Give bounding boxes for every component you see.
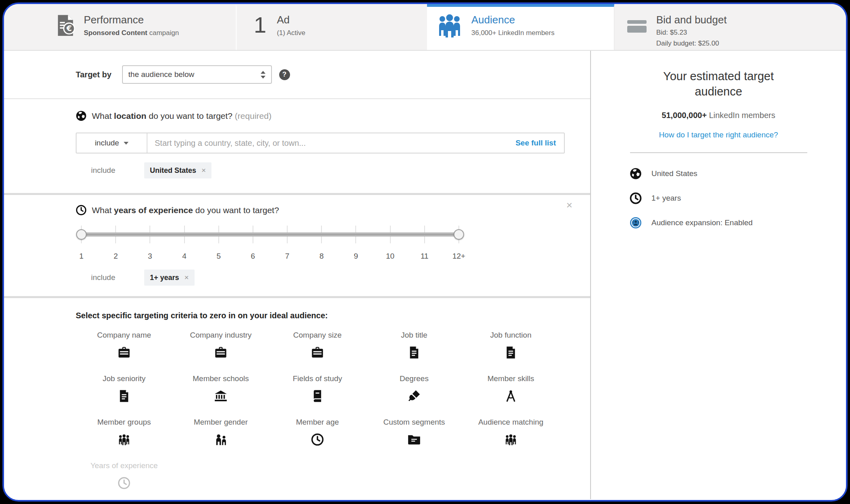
- slider-handle-max[interactable]: [454, 229, 464, 240]
- tab-subtitle: (1) Active: [277, 29, 305, 37]
- svg-text:€: €: [66, 24, 72, 33]
- experience-range-slider: [81, 229, 459, 240]
- audience-help-link[interactable]: How do I target the right audience?: [591, 131, 846, 139]
- tab-audience-text: Audience 36,000+ LinkedIn members: [471, 14, 555, 37]
- experience-tag-1plus-years: 1+ years ×: [144, 270, 195, 286]
- location-input-box: include See full list: [76, 133, 565, 153]
- summary-item-experience: 1+ years: [630, 192, 846, 204]
- member-count: 51,000,000+ LinkedIn members: [591, 111, 846, 120]
- summary-label: 1+ years: [651, 194, 681, 203]
- book-icon: [311, 390, 324, 402]
- slider-handle-min[interactable]: [76, 229, 87, 240]
- location-selected-row: include United States ×: [76, 162, 590, 178]
- credit-card-icon: [626, 17, 647, 35]
- tab-ad[interactable]: 1 Ad (1) Active: [236, 4, 427, 50]
- tab-ad-text: Ad (1) Active: [277, 14, 305, 37]
- remove-tag-icon[interactable]: ×: [201, 166, 206, 175]
- summary-label: United States: [651, 169, 697, 178]
- company-icon: [214, 346, 227, 359]
- include-label: include: [91, 166, 131, 175]
- tab-title: Bid and budget: [656, 14, 727, 26]
- tab-title: Ad: [277, 14, 305, 26]
- summary-label: Audience expansion: Enabled: [651, 218, 753, 227]
- see-full-list-link[interactable]: See full list: [516, 139, 564, 147]
- bid-value: Bid: $5.23: [656, 28, 727, 37]
- panel-title: Your estimated target audience: [650, 68, 787, 100]
- job-document-icon: [504, 346, 517, 359]
- tab-performance[interactable]: € Performance Sponsored Content campaign: [4, 4, 236, 50]
- location-heading: What location do you want to target? (re…: [76, 110, 590, 121]
- location-section: What location do you want to target? (re…: [4, 99, 590, 195]
- people-pair-icon: [214, 433, 227, 446]
- criteria-degrees[interactable]: Degrees: [366, 374, 462, 402]
- criteria-heading: Select specific targeting criteria to ze…: [76, 311, 590, 320]
- daily-budget-value: Daily budget: $25.00: [656, 39, 727, 48]
- target-by-select[interactable]: the audience below: [122, 65, 272, 84]
- slider-track[interactable]: [81, 232, 459, 236]
- tab-subtitle: 36,000+ LinkedIn members: [471, 29, 555, 37]
- target-by-row: Target by the audience below ?: [4, 51, 590, 99]
- clock-icon: [630, 192, 642, 204]
- close-section-icon[interactable]: ×: [566, 200, 572, 210]
- criteria-job-title[interactable]: Job title: [366, 331, 462, 359]
- performance-report-icon: €: [56, 14, 75, 37]
- company-icon: [118, 346, 131, 359]
- criteria-member-groups[interactable]: Member groups: [76, 418, 172, 446]
- people-group-icon: [118, 433, 131, 446]
- audience-expansion-icon: [630, 217, 642, 229]
- clock-icon: [76, 205, 87, 216]
- location-heading-text: What location do you want to target? (re…: [92, 111, 272, 121]
- audience-people-icon: [437, 14, 462, 37]
- targeting-summary-list: United States 1+ years Audience expansio…: [630, 168, 846, 229]
- compass-icon: [504, 390, 517, 402]
- remove-tag-icon[interactable]: ×: [185, 273, 189, 282]
- audience-form: Target by the audience below ? W: [4, 51, 591, 499]
- criteria-fields-of-study[interactable]: Fields of study: [269, 374, 366, 402]
- criteria-member-schools[interactable]: Member schools: [172, 374, 269, 402]
- tab-bid-text: Bid and budget Bid: $5.23 Daily budget: …: [656, 14, 727, 48]
- experience-selected-row: include 1+ years ×: [76, 270, 590, 286]
- criteria-job-function[interactable]: Job function: [462, 331, 559, 359]
- criteria-member-gender[interactable]: Member gender: [172, 418, 269, 446]
- app-window: € Performance Sponsored Content campaign…: [2, 2, 848, 502]
- job-document-icon: [408, 346, 421, 359]
- criteria-member-age[interactable]: Member age: [269, 418, 366, 446]
- location-tag-united-states: United States ×: [144, 162, 211, 178]
- ad-count-number: 1: [254, 14, 266, 35]
- campaign-steps-header: € Performance Sponsored Content campaign…: [4, 4, 846, 51]
- target-by-label: Target by: [76, 70, 112, 79]
- globe-icon: [630, 168, 642, 180]
- help-icon[interactable]: ?: [279, 69, 290, 80]
- chevron-down-icon: [124, 142, 129, 145]
- tab-audience-active[interactable]: Audience 36,000+ LinkedIn members: [427, 4, 614, 50]
- people-group-icon: [504, 433, 517, 446]
- location-include-dropdown[interactable]: include: [77, 133, 147, 153]
- globe-icon: [76, 110, 87, 121]
- criteria-custom-segments[interactable]: Custom segments: [366, 418, 462, 446]
- job-document-icon: [118, 390, 131, 402]
- brush-icon: [408, 390, 421, 402]
- location-search-input[interactable]: [147, 139, 516, 148]
- criteria-grid: Company name Company industry Company si…: [76, 331, 559, 489]
- criteria-company-size[interactable]: Company size: [269, 331, 366, 359]
- experience-section: × What years of experience do you want t…: [4, 195, 590, 298]
- slider-labels: 1 2 3 4 5 6 7 8 9 10 11 12+: [81, 252, 459, 261]
- tab-title: Performance: [84, 14, 179, 26]
- summary-item-expansion: Audience expansion: Enabled: [630, 217, 846, 229]
- criteria-company-industry[interactable]: Company industry: [172, 331, 269, 359]
- divider: [630, 152, 807, 153]
- target-by-value: the audience below: [129, 70, 195, 79]
- company-icon: [311, 346, 324, 359]
- experience-heading: What years of experience do you want to …: [76, 205, 590, 216]
- school-icon: [214, 390, 227, 402]
- clock-icon: [118, 477, 131, 489]
- criteria-audience-matching[interactable]: Audience matching: [462, 418, 559, 446]
- criteria-job-seniority[interactable]: Job seniority: [76, 374, 172, 402]
- criteria-member-skills[interactable]: Member skills: [462, 374, 559, 402]
- criteria-company-name[interactable]: Company name: [76, 331, 172, 359]
- tab-bid-budget[interactable]: Bid and budget Bid: $5.23 Daily budget: …: [614, 4, 846, 50]
- tab-performance-text: Performance Sponsored Content campaign: [84, 14, 179, 37]
- select-stepper-icon: [261, 71, 265, 79]
- experience-heading-text: What years of experience do you want to …: [92, 205, 279, 215]
- criteria-section: Select specific targeting criteria to ze…: [4, 298, 590, 489]
